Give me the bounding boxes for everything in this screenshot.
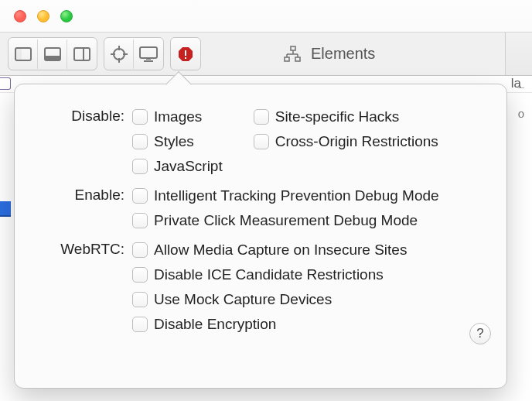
popover-body: Disable: Images Styles (15, 84, 506, 357)
elements-tree-icon (283, 46, 302, 63)
error-octagon-icon (178, 46, 193, 62)
checkbox-input[interactable] (132, 292, 148, 307)
group-disable-label: Disable: (32, 106, 132, 125)
inspector-toolbar: Elements (0, 33, 532, 76)
checkbox-input[interactable] (132, 317, 148, 332)
group-enable: Enable: Intelligent Tracking Prevention … (32, 185, 489, 231)
help-icon: ? (476, 326, 483, 341)
element-selection-button[interactable] (104, 39, 134, 69)
svg-rect-19 (295, 57, 300, 61)
checkbox-label: Use Mock Capture Devices (154, 289, 332, 310)
checkbox-webrtc-mock-capture[interactable]: Use Mock Capture Devices (132, 289, 489, 310)
checkbox-disable-cross-origin-restrictions[interactable]: Cross-Origin Restrictions (254, 131, 438, 153)
panel-bottom-icon (44, 47, 61, 61)
dock-bottom-button[interactable] (38, 39, 67, 69)
error-segment (170, 37, 201, 70)
svg-rect-15 (185, 50, 186, 56)
left-fragment (0, 77, 11, 90)
svg-rect-16 (185, 57, 186, 59)
svg-rect-11 (140, 47, 157, 58)
checkbox-input[interactable] (254, 134, 269, 149)
panel-right-icon (73, 47, 90, 61)
crosshair-icon (111, 46, 128, 63)
panel-left-icon (15, 47, 32, 61)
svg-rect-3 (45, 56, 60, 60)
checkbox-label: JavaScript (154, 156, 223, 177)
checkbox-input[interactable] (132, 109, 148, 125)
zoom-window-button[interactable] (60, 10, 73, 22)
help-button[interactable]: ? (469, 323, 491, 344)
checkbox-input[interactable] (132, 159, 148, 174)
svg-rect-18 (285, 57, 289, 61)
checkbox-label: Site-specific Hacks (275, 106, 400, 128)
fragment-o: o (518, 107, 524, 120)
group-disable: Disable: Images Styles (32, 106, 489, 177)
errors-button[interactable] (171, 39, 200, 69)
device-settings-button[interactable] (134, 39, 163, 69)
checkbox-disable-site-specific-hacks[interactable]: Site-specific Hacks (254, 106, 438, 128)
tab-elements-label: Elements (311, 45, 375, 63)
checkbox-webrtc-allow-insecure-capture[interactable]: Allow Media Capture on Insecure Sites (132, 239, 489, 261)
svg-rect-1 (15, 48, 22, 60)
checkbox-enable-pcm-debug[interactable]: Private Click Measurement Debug Mode (132, 210, 489, 231)
checkbox-label: Intelligent Tracking Prevention Debug Mo… (154, 185, 439, 207)
checkbox-disable-styles[interactable]: Styles (132, 131, 223, 153)
fragment-cursor: _ (518, 75, 524, 87)
checkbox-label: Private Click Measurement Debug Mode (154, 210, 418, 231)
group-webrtc-label: WebRTC: (32, 239, 132, 258)
close-window-button[interactable] (14, 10, 26, 22)
checkbox-input[interactable] (132, 242, 148, 258)
checkbox-label: Cross-Origin Restrictions (275, 131, 438, 153)
selection-highlight-fragment (0, 201, 11, 217)
svg-rect-4 (74, 48, 90, 60)
checkbox-label: Styles (154, 131, 194, 153)
utility-segment (104, 37, 164, 70)
checkbox-label: Images (154, 106, 202, 128)
group-enable-label: Enable: (32, 185, 132, 204)
right-edge-fragments: _ o (513, 17, 529, 172)
svg-rect-17 (291, 46, 295, 50)
group-webrtc: WebRTC: Allow Media Capture on Insecure … (32, 239, 489, 335)
checkbox-input[interactable] (254, 109, 269, 125)
checkbox-disable-images[interactable]: Images (132, 106, 223, 128)
checkbox-enable-itp-debug[interactable]: Intelligent Tracking Prevention Debug Mo… (132, 185, 489, 207)
svg-rect-13 (144, 60, 153, 62)
dock-left-button[interactable] (9, 39, 38, 69)
minimize-window-button[interactable] (37, 10, 49, 22)
tab-elements[interactable]: Elements (271, 33, 398, 75)
checkbox-input[interactable] (132, 267, 148, 283)
dock-right-button[interactable] (67, 39, 97, 69)
monitor-icon (139, 46, 158, 62)
checkbox-input[interactable] (132, 134, 148, 149)
checkbox-webrtc-disable-ice-restrictions[interactable]: Disable ICE Candidate Restrictions (132, 264, 489, 286)
svg-point-6 (114, 49, 124, 60)
checkbox-label: Allow Media Capture on Insecure Sites (154, 239, 407, 261)
checkbox-disable-javascript[interactable]: JavaScript (132, 156, 223, 177)
fragment-la (523, 73, 529, 74)
checkbox-input[interactable] (132, 188, 148, 204)
window-controls (14, 10, 73, 22)
device-settings-popover: Disable: Images Styles (14, 84, 507, 389)
checkbox-webrtc-disable-encryption[interactable]: Disable Encryption (132, 314, 489, 335)
checkbox-label: Disable Encryption (154, 314, 276, 335)
checkbox-input[interactable] (132, 213, 148, 228)
svg-rect-12 (146, 58, 151, 60)
window-titlebar (0, 0, 532, 33)
checkbox-label: Disable ICE Candidate Restrictions (154, 264, 384, 286)
dock-side-segment (8, 37, 97, 70)
